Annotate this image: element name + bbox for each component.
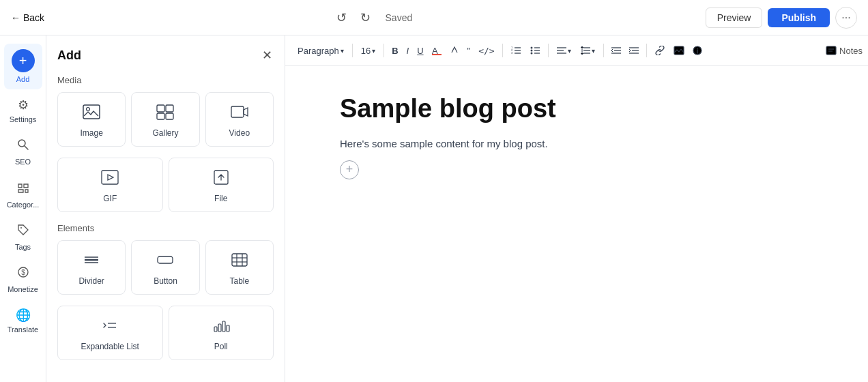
sidebar-item-settings[interactable]: ⚙ Settings <box>4 92 42 130</box>
svg-marker-13 <box>108 175 113 180</box>
svg-rect-31 <box>432 54 442 55</box>
sidebar-item-seo[interactable]: SEO <box>4 132 42 172</box>
svg-text:A: A <box>432 46 438 55</box>
media-section-label: Media <box>57 75 274 85</box>
svg-rect-19 <box>232 254 247 266</box>
svg-rect-7 <box>157 105 164 112</box>
sidebar-translate-label: Translate <box>8 325 38 334</box>
element-item-poll[interactable]: Poll <box>169 306 274 360</box>
editor-area[interactable]: Sample blog post Here's some sample cont… <box>285 66 868 382</box>
alignment-dropdown[interactable]: ▾ <box>553 44 575 57</box>
close-panel-button[interactable]: ✕ <box>261 46 274 64</box>
add-panel-header: Add ✕ <box>57 46 274 64</box>
separator-6 <box>646 44 647 57</box>
text-color-button[interactable]: A <box>429 43 445 58</box>
publish-button[interactable]: Publish <box>768 8 830 27</box>
header-right: Preview Publish ··· <box>706 7 857 29</box>
media-item-image[interactable]: Image <box>57 92 126 147</box>
image-toolbar-button[interactable] <box>670 43 688 58</box>
settings-icon: ⚙ <box>18 98 29 113</box>
elements-grid-2: Expandable List Poll <box>57 306 274 360</box>
expandable-label: Expandable List <box>81 342 139 351</box>
sidebar-seo-label: SEO <box>15 158 31 166</box>
sidebar-item-monetize[interactable]: $ Monetize <box>4 260 42 299</box>
add-panel: Add ✕ Media Image Gallery Video <box>46 35 285 382</box>
svg-point-6 <box>87 108 90 111</box>
unordered-list-button[interactable] <box>526 43 544 58</box>
element-item-table[interactable]: Table <box>205 240 274 295</box>
media-item-gif[interactable]: GIF <box>57 158 163 212</box>
sidebar-item-translate[interactable]: 🌐 Translate <box>4 302 42 340</box>
seo-icon <box>16 138 30 155</box>
media-grid-2: GIF File <box>57 158 274 212</box>
divider-icon <box>83 252 100 272</box>
code-button[interactable]: </> <box>475 43 497 59</box>
linespacing-dropdown[interactable]: ▾ <box>577 44 599 57</box>
separator-5 <box>603 44 604 57</box>
sidebar-tags-label: Tags <box>15 243 31 252</box>
media-item-file[interactable]: File <box>169 158 274 212</box>
sidebar-monetize-label: Monetize <box>8 285 38 294</box>
media-grid: Image Gallery Video <box>57 92 274 147</box>
sidebar-item-add[interactable]: + Add <box>4 44 42 89</box>
gif-label: GIF <box>103 194 117 203</box>
linespacing-chevron-icon: ▾ <box>592 47 595 55</box>
svg-rect-8 <box>166 105 173 112</box>
increase-indent-button[interactable] <box>626 44 642 57</box>
divider-label: Divider <box>78 276 104 286</box>
add-block-button[interactable]: + <box>340 160 359 179</box>
info-button[interactable] <box>689 43 706 58</box>
svg-point-38 <box>530 47 532 49</box>
alignment-chevron-icon: ▾ <box>568 47 571 55</box>
toolbar-row: Paragraph ▾ 16 ▾ B I U A " < <box>285 35 868 66</box>
content-area: Paragraph ▾ 16 ▾ B I U A " < <box>285 35 868 382</box>
separator-3 <box>502 44 503 57</box>
expandable-list-icon <box>101 317 119 338</box>
table-label: Table <box>229 276 249 286</box>
separator-1 <box>352 44 353 57</box>
svg-rect-60 <box>826 46 836 55</box>
redo-button[interactable]: ↻ <box>356 8 375 28</box>
notes-button[interactable]: Notes <box>820 43 868 59</box>
element-item-divider[interactable]: Divider <box>57 240 126 295</box>
bold-button[interactable]: B <box>388 43 401 59</box>
svg-text:3: 3 <box>511 51 513 55</box>
table-icon <box>231 252 248 272</box>
link-button[interactable] <box>651 43 669 58</box>
video-label: Video <box>229 128 250 138</box>
decrease-indent-button[interactable] <box>608 44 624 57</box>
gallery-icon <box>156 104 174 124</box>
toolbar: Paragraph ▾ 16 ▾ B I U A " < <box>285 35 820 65</box>
paragraph-label: Paragraph <box>298 46 339 56</box>
button-icon <box>156 252 174 272</box>
more-options-button[interactable]: ··· <box>835 7 857 29</box>
underline-button[interactable]: U <box>414 43 426 59</box>
paragraph-chevron-icon: ▾ <box>341 47 344 55</box>
font-size-dropdown[interactable]: 16 ▾ <box>357 43 379 59</box>
paragraph-dropdown[interactable]: Paragraph ▾ <box>293 43 348 59</box>
italic-button[interactable]: I <box>403 43 413 59</box>
back-button[interactable]: ← Back <box>11 12 44 23</box>
highlight-button[interactable] <box>446 43 463 58</box>
ordered-list-button[interactable]: 123 <box>507 43 525 58</box>
svg-rect-11 <box>231 106 244 117</box>
font-size-value: 16 <box>361 46 371 56</box>
image-label: Image <box>80 128 102 138</box>
preview-button[interactable]: Preview <box>706 8 763 28</box>
svg-rect-18 <box>158 256 173 263</box>
svg-rect-9 <box>157 113 164 119</box>
undo-button[interactable]: ↺ <box>332 8 351 28</box>
blog-title: Sample blog post <box>340 93 813 125</box>
tags-icon <box>16 223 30 240</box>
sidebar-item-categories[interactable]: Categor... <box>4 175 42 215</box>
gallery-label: Gallery <box>152 128 178 138</box>
blockquote-button[interactable]: " <box>464 43 474 59</box>
media-item-video[interactable]: Video <box>205 92 274 147</box>
element-item-expandable[interactable]: Expandable List <box>57 306 163 360</box>
element-item-button[interactable]: Button <box>131 240 199 295</box>
sidebar-item-tags[interactable]: Tags <box>4 218 42 257</box>
back-arrow-icon: ← <box>11 12 20 23</box>
media-item-gallery[interactable]: Gallery <box>131 92 199 147</box>
poll-icon <box>212 317 230 338</box>
separator-2 <box>384 44 384 57</box>
